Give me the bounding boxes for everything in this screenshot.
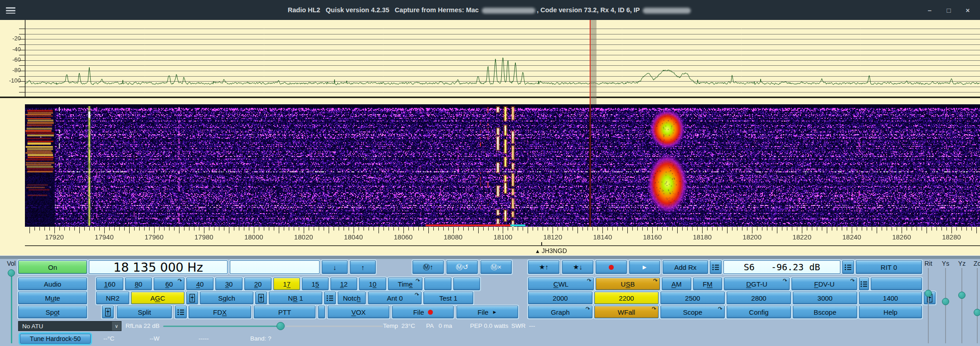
audio-button[interactable]: Audio — [18, 278, 87, 290]
band-down-button[interactable]: ↓ — [322, 260, 348, 274]
maximize-button[interactable]: □ — [945, 6, 953, 14]
favorite-add-button[interactable]: ★↑ — [528, 260, 559, 274]
volume-slider-track[interactable] — [11, 273, 12, 343]
button-label: Help — [883, 308, 898, 316]
cycle-arrow-icon: ↷ — [587, 278, 592, 284]
yz-slider-knob[interactable] — [958, 292, 965, 299]
filter-2200-button[interactable]: 2200 — [594, 292, 659, 304]
band-up-button[interactable]: ↑ — [350, 260, 376, 274]
rflna-slider-knob[interactable] — [277, 322, 285, 330]
y-axis-label: -40 — [3, 46, 21, 53]
atu-select[interactable]: No ATU ∨ — [18, 321, 121, 331]
spectrum-waterfall-canvas[interactable] — [0, 20, 980, 255]
wfall-button[interactable]: WFall↷ — [594, 306, 659, 318]
yz-slider-track[interactable] — [961, 268, 962, 343]
fdx-button[interactable]: FDX — [189, 306, 251, 318]
file-play-button[interactable]: File► — [456, 306, 518, 318]
smeter-options-button[interactable] — [842, 260, 854, 274]
band-10-button[interactable]: 10 — [359, 278, 386, 290]
graph-button[interactable]: Graph↷ — [528, 306, 592, 318]
button-label: FDV-U — [814, 280, 834, 288]
ys-slider-knob[interactable] — [942, 298, 949, 305]
minimize-button[interactable]: – — [926, 6, 934, 14]
squelch-slider-button[interactable] — [255, 292, 267, 304]
band-15-button[interactable]: 15 — [302, 278, 329, 290]
memory-delete-button[interactable]: Ⓜ× — [480, 260, 512, 274]
nb-menu-button[interactable] — [324, 292, 336, 304]
mute-button[interactable]: Mute — [18, 292, 87, 304]
nb1-button[interactable]: NB 1 — [269, 292, 322, 304]
band-160-button[interactable]: 160 — [96, 278, 123, 290]
squelch-button[interactable]: Sqlch — [200, 292, 253, 304]
frequency-entry[interactable] — [230, 260, 320, 274]
tune-hardrock-button[interactable]: Tune Hardrock-50 — [20, 334, 91, 344]
band-12-button[interactable]: 12 — [330, 278, 357, 290]
test1-button[interactable]: Test 1 — [423, 292, 473, 304]
mode-menu-button[interactable] — [859, 278, 869, 290]
rit-slider-track[interactable] — [928, 268, 929, 343]
close-button[interactable]: × — [964, 6, 972, 14]
mode-blank-button[interactable] — [871, 278, 922, 290]
slider-icon — [189, 294, 195, 302]
spot-button[interactable]: Spot — [18, 306, 87, 318]
scope-button[interactable]: Scope↷ — [660, 306, 725, 318]
filter-1400-button[interactable]: 1400 — [859, 292, 922, 304]
ys-slider-track[interactable] — [945, 268, 946, 343]
rit-button[interactable]: RIT 0 — [856, 260, 922, 274]
filter-3000-button[interactable]: 3000 — [793, 292, 857, 304]
vox-button[interactable]: VOX — [328, 306, 389, 318]
agc-slider-button[interactable] — [186, 292, 198, 304]
band-blank-button-2[interactable] — [453, 278, 480, 290]
frequency-display[interactable]: 18 135 000 Hz — [89, 260, 228, 274]
band-60-button[interactable]: 60↷ — [154, 278, 184, 290]
play-icon: ► — [641, 263, 648, 271]
atu-select-chevron-icon[interactable]: ∨ — [112, 322, 121, 331]
filter-2800-button[interactable]: 2800 — [727, 292, 791, 304]
bscope-button[interactable]: Bscope — [793, 306, 857, 318]
mode-usb-button[interactable]: USB↷ — [596, 278, 660, 290]
on-button[interactable]: On — [18, 260, 87, 274]
play-button[interactable]: ► — [629, 260, 660, 274]
split-menu-button[interactable] — [175, 306, 187, 318]
mode-cwl-button[interactable]: CWL↷ — [528, 278, 594, 290]
band-blank-button[interactable] — [424, 278, 451, 290]
nr2-button[interactable]: NR2 — [96, 292, 129, 304]
help-button[interactable]: Help — [859, 306, 922, 318]
spot-slider-button[interactable] — [102, 306, 114, 318]
split-button[interactable]: Split — [117, 306, 172, 318]
ptt-button[interactable]: PTT — [254, 306, 315, 318]
config-button[interactable]: Config — [727, 306, 791, 318]
volume-slider-knob[interactable] — [8, 269, 15, 277]
mode-am-button[interactable]: AM — [662, 278, 691, 290]
y-axis-label: -20 — [3, 35, 21, 42]
rit-slider-knob[interactable] — [925, 290, 932, 297]
zo-slider-knob[interactable] — [974, 309, 980, 316]
rflna-slider-track[interactable] — [286, 326, 383, 327]
band-20-button[interactable]: 20 — [244, 278, 272, 290]
favorite-open-button[interactable]: ★↓ — [562, 260, 593, 274]
agc-button[interactable]: AGC — [131, 292, 184, 304]
menu-icon[interactable] — [6, 6, 16, 14]
band-80-button[interactable]: 80 — [125, 278, 152, 290]
mode-dgtu-button[interactable]: DGT-U↷ — [724, 278, 790, 290]
band-40-button[interactable]: 40 — [186, 278, 213, 290]
filter-2500-button[interactable]: 2500 — [660, 292, 725, 304]
memory-next-button[interactable]: Ⓜ↺ — [446, 260, 478, 274]
band-17-button[interactable]: 17 — [273, 278, 300, 290]
add-rx-button[interactable]: Add Rx — [663, 260, 708, 274]
memory-add-button[interactable]: Ⓜ↑ — [412, 260, 444, 274]
antenna-button[interactable]: Ant 0↷ — [368, 292, 422, 304]
record-button[interactable] — [596, 260, 627, 274]
rflna-slider-track-filled[interactable] — [163, 326, 280, 327]
mode-fm-button[interactable]: FM — [693, 278, 722, 290]
ptt-blank-button[interactable] — [318, 306, 325, 318]
band-30-button[interactable]: 30 — [215, 278, 243, 290]
band-time-button[interactable]: Time↷ — [388, 278, 422, 290]
notch-button[interactable]: Notch — [338, 292, 366, 304]
filter-2000-button[interactable]: 2000 — [528, 292, 592, 304]
smeter-menu-button[interactable] — [710, 260, 722, 274]
button-label: Spot — [46, 308, 60, 316]
file-record-button[interactable]: File — [392, 306, 454, 318]
zo-slider-track[interactable] — [977, 268, 978, 343]
mode-fdvu-button[interactable]: FDV-U↷ — [791, 278, 857, 290]
